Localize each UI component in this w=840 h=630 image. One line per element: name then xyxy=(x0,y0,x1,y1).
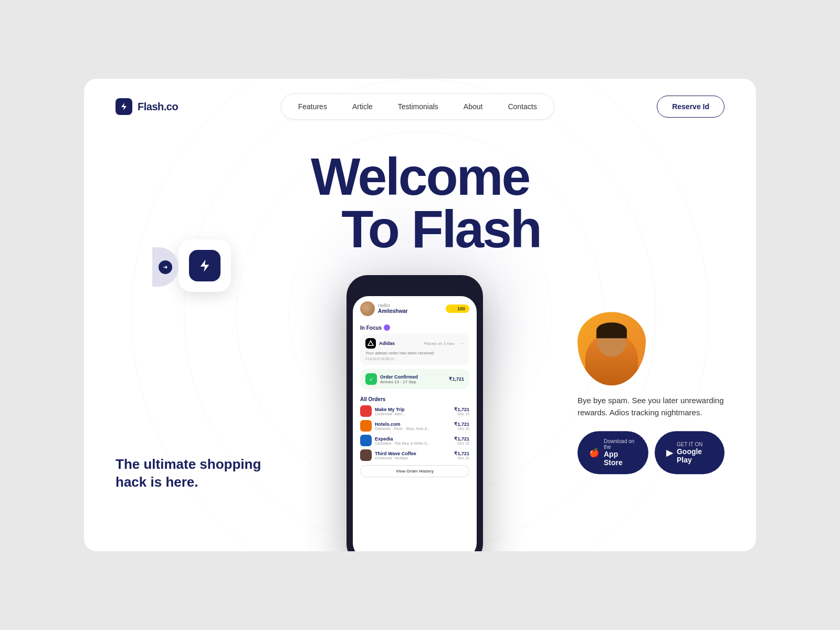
app-icon-box xyxy=(178,239,231,292)
nav-about[interactable]: About xyxy=(453,98,494,115)
app-store-text: Download on the App Store xyxy=(604,438,637,467)
arrow-icon xyxy=(159,260,172,274)
phone-view-history[interactable]: View Order History xyxy=(360,465,469,477)
hero-title-line1: Welcome xyxy=(299,150,541,203)
phone-notch xyxy=(394,281,436,296)
order-details-2: Expedia Cancelled · Title Blue & White S… xyxy=(375,436,451,445)
main-card: Flash.co Features Article Testimonials A… xyxy=(84,79,756,551)
phone-mockup-container: Hello! Amiteshwar ⚡ 100 In Focus xyxy=(346,275,494,551)
page-wrapper: Flash.co Features Article Testimonials A… xyxy=(84,79,756,551)
phone-user: Hello! Amiteshwar xyxy=(360,301,408,316)
hero-right: Bye bye spam. See you later unrewarding … xyxy=(578,312,724,474)
svg-marker-0 xyxy=(121,103,127,110)
order-right-0: ₹1,721 Dec 15 xyxy=(454,407,469,416)
phone-avatar xyxy=(360,301,375,316)
hero-section: Welcome To Flash xyxy=(84,134,756,551)
nav-testimonials[interactable]: Testimonials xyxy=(387,98,449,115)
order-right-3: ₹1,721 Dec 15 xyxy=(454,451,469,460)
order-id: #1A2B3C9D8E2C xyxy=(365,357,464,361)
person-avatar xyxy=(578,312,646,385)
order-confirmed-icon: ✓ xyxy=(365,373,377,385)
phone-mockup: Hello! Amiteshwar ⚡ 100 In Focus xyxy=(346,275,483,551)
apple-icon: 🍎 xyxy=(589,448,600,458)
nav-article[interactable]: Article xyxy=(342,98,383,115)
phone-order-confirmed: ✓ Order Confirmed Arrives 13 - 17 Sep ₹1… xyxy=(360,369,469,389)
order-item-3: Third Wave Coffee Confirmed · McAllpe ₹1… xyxy=(360,449,469,461)
hero-subtitle: The ultimate shopping hack is here. xyxy=(116,456,262,491)
google-play-button[interactable]: ▶ GET IT ON Google Play xyxy=(655,431,724,474)
order-details-3: Third Wave Coffee Confirmed · McAllpe xyxy=(375,451,451,460)
person-hair xyxy=(596,322,627,338)
reserve-button[interactable]: Reserve Id xyxy=(657,96,724,118)
logo-icon xyxy=(116,98,132,115)
order-details-0: Make My Trip Confirmed · Adm... xyxy=(375,407,451,416)
third-wave-logo xyxy=(360,449,372,461)
phone-screen: Hello! Amiteshwar ⚡ 100 In Focus xyxy=(353,296,477,551)
nav-features[interactable]: Features xyxy=(288,98,338,115)
notif-ellipsis: ··· xyxy=(460,341,464,346)
hero-tagline: Bye bye spam. See you later unrewarding … xyxy=(578,395,724,418)
order-right-1: ₹1,721 Dec 15 xyxy=(454,422,469,430)
phone-adidas-notification: Adidas Placed on 3 Nov ··· Your adidas o… xyxy=(360,334,469,365)
adidas-icon xyxy=(365,338,376,349)
hero-left: The ultimate shopping hack is here. xyxy=(116,456,262,491)
order-right-2: ₹1,721 Dec 15 xyxy=(454,436,469,445)
logo-text: Flash.co xyxy=(138,101,178,113)
play-icon: ▶ xyxy=(666,448,673,458)
nav-contacts[interactable]: Contacts xyxy=(497,98,547,115)
phone-notif-body: Your adidas order has been received xyxy=(365,351,464,356)
phone-greeting: Hello! Amiteshwar xyxy=(378,303,408,315)
phone-order-info: Order Confirmed Arrives 13 - 17 Sep xyxy=(380,374,449,384)
make-my-trip-logo xyxy=(360,405,372,417)
cta-buttons: 🍎 Download on the App Store ▶ GET IT ON … xyxy=(578,431,724,474)
order-item-0: Make My Trip Confirmed · Adm... ₹1,721 D… xyxy=(360,405,469,417)
hero-title: Welcome To Flash xyxy=(299,150,541,255)
phone-in-focus-title: In Focus xyxy=(353,321,477,334)
phone-header: Hello! Amiteshwar ⚡ 100 xyxy=(353,296,477,321)
app-store-button[interactable]: 🍎 Download on the App Store xyxy=(578,431,648,474)
order-details-1: Hotels.com Delivered · Pasin · Wrps, Rol… xyxy=(375,422,451,430)
navbar: Flash.co Features Article Testimonials A… xyxy=(84,79,756,134)
google-play-text: GET IT ON Google Play xyxy=(677,442,713,464)
phone-all-orders-title: All Orders xyxy=(353,393,477,405)
hero-title-line2: To Flash xyxy=(341,203,541,255)
app-icon-inner xyxy=(189,250,220,281)
focus-dot xyxy=(384,324,390,331)
arrow-tab xyxy=(152,247,178,287)
expedia-logo xyxy=(360,435,372,446)
svg-marker-1 xyxy=(201,259,209,271)
phone-notif-header: Adidas Placed on 3 Nov ··· xyxy=(365,338,464,349)
order-confirmed-amount: ₹1,721 xyxy=(449,376,464,382)
order-item-2: Expedia Cancelled · Title Blue & White S… xyxy=(360,435,469,446)
nav-links: Features Article Testimonials About Cont… xyxy=(281,93,554,120)
phone-points: ⚡ 100 xyxy=(446,304,469,313)
hotels-logo xyxy=(360,420,372,432)
app-icon-float-container xyxy=(178,239,231,292)
logo[interactable]: Flash.co xyxy=(116,98,178,115)
order-item-1: Hotels.com Delivered · Pasin · Wrps, Rol… xyxy=(360,420,469,432)
